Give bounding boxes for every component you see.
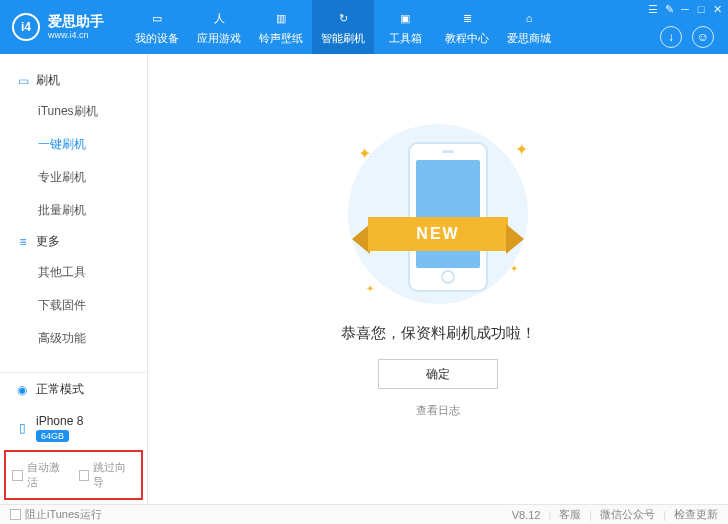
sidebar-item-other-tools[interactable]: 其他工具 <box>0 256 147 289</box>
wechat-link[interactable]: 微信公众号 <box>600 507 655 522</box>
close-button[interactable]: ✕ <box>710 2 724 16</box>
flash-icon: ▭ <box>16 74 30 88</box>
sidebar-section-more: ≡ 更多 <box>0 227 147 256</box>
footer: 阻止iTunes运行 V8.12 | 客服 | 微信公众号 | 检查更新 <box>0 504 728 524</box>
device-name: iPhone 8 <box>36 414 83 428</box>
device-info[interactable]: ▯ iPhone 8 64GB <box>0 406 147 450</box>
skin-icon[interactable]: ✎ <box>662 2 676 16</box>
sidebar: ▭ 刷机 iTunes刷机 一键刷机 专业刷机 批量刷机 ≡ 更多 其他工具 下… <box>0 54 148 504</box>
nav-smart-flash[interactable]: ↻智能刷机 <box>312 0 374 54</box>
refresh-icon: ↻ <box>333 8 353 28</box>
nav-store[interactable]: ⌂爱思商城 <box>498 0 560 54</box>
header: i4 爱思助手 www.i4.cn ▭我的设备 人应用游戏 ▥铃声壁纸 ↻智能刷… <box>0 0 728 54</box>
top-nav: ▭我的设备 人应用游戏 ▥铃声壁纸 ↻智能刷机 ▣工具箱 ≣教程中心 ⌂爱思商城 <box>126 0 560 54</box>
block-itunes-checkbox[interactable]: 阻止iTunes运行 <box>10 507 102 522</box>
ok-button[interactable]: 确定 <box>378 359 498 389</box>
nav-my-device[interactable]: ▭我的设备 <box>126 0 188 54</box>
skip-guide-checkbox[interactable]: 跳过向导 <box>79 460 136 490</box>
sidebar-item-batch-flash[interactable]: 批量刷机 <box>0 194 147 227</box>
nav-toolbox[interactable]: ▣工具箱 <box>374 0 436 54</box>
toolbox-icon: ▣ <box>395 8 415 28</box>
download-button[interactable]: ↓ <box>660 26 682 48</box>
maximize-button[interactable]: □ <box>694 2 708 16</box>
device-icon: ▭ <box>147 8 167 28</box>
mode-icon: ◉ <box>14 382 30 398</box>
view-log-link[interactable]: 查看日志 <box>416 403 460 418</box>
nav-tutorials[interactable]: ≣教程中心 <box>436 0 498 54</box>
user-button[interactable]: ☺ <box>692 26 714 48</box>
success-illustration: ✦✦✦✦ NEW <box>328 124 548 304</box>
storage-badge: 64GB <box>36 430 69 442</box>
new-ribbon: NEW <box>368 217 508 251</box>
auto-activate-checkbox[interactable]: 自动激活 <box>12 460 69 490</box>
more-icon: ≡ <box>16 235 30 249</box>
check-update-link[interactable]: 检查更新 <box>674 507 718 522</box>
app-title: 爱思助手 <box>48 13 104 30</box>
support-link[interactable]: 客服 <box>559 507 581 522</box>
highlighted-options: 自动激活 跳过向导 <box>4 450 143 500</box>
apps-icon: 人 <box>209 8 229 28</box>
nav-ringtones[interactable]: ▥铃声壁纸 <box>250 0 312 54</box>
main-content: ✦✦✦✦ NEW 恭喜您，保资料刷机成功啦！ 确定 查看日志 <box>148 54 728 504</box>
app-url: www.i4.cn <box>48 30 104 41</box>
success-message: 恭喜您，保资料刷机成功啦！ <box>341 324 536 343</box>
book-icon: ≣ <box>457 8 477 28</box>
device-mode[interactable]: ◉ 正常模式 <box>0 373 147 406</box>
menu-icon[interactable]: ☰ <box>646 2 660 16</box>
logo-icon: i4 <box>12 13 40 41</box>
sidebar-item-pro-flash[interactable]: 专业刷机 <box>0 161 147 194</box>
app-logo: i4 爱思助手 www.i4.cn <box>0 13 116 41</box>
sidebar-item-itunes-flash[interactable]: iTunes刷机 <box>0 95 147 128</box>
version-label: V8.12 <box>512 509 541 521</box>
nav-apps[interactable]: 人应用游戏 <box>188 0 250 54</box>
sidebar-item-advanced[interactable]: 高级功能 <box>0 322 147 355</box>
store-icon: ⌂ <box>519 8 539 28</box>
minimize-button[interactable]: ─ <box>678 2 692 16</box>
wallpaper-icon: ▥ <box>271 8 291 28</box>
sidebar-item-download-firmware[interactable]: 下载固件 <box>0 289 147 322</box>
phone-icon: ▯ <box>14 420 30 436</box>
sidebar-item-oneclick-flash[interactable]: 一键刷机 <box>0 128 147 161</box>
sidebar-section-flash: ▭ 刷机 <box>0 66 147 95</box>
